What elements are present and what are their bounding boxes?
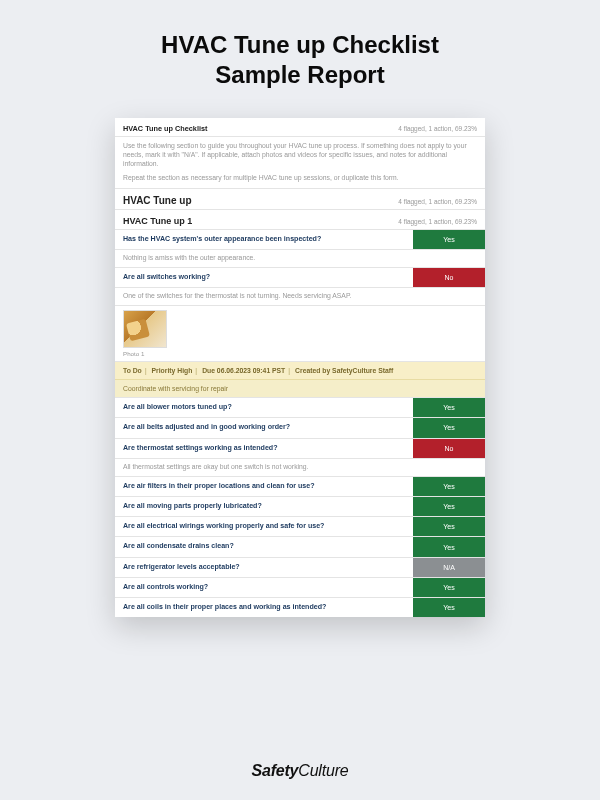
report-title: HVAC Tune up Checklist — [123, 124, 207, 133]
answer-badge-yes: Yes — [413, 477, 485, 496]
answer-badge-yes: Yes — [413, 517, 485, 536]
answer-badge-no: No — [413, 439, 485, 458]
brand-part1: Safety — [251, 762, 298, 779]
section-title: HVAC Tune up — [123, 195, 192, 206]
section-header: HVAC Tune up 4 flagged, 1 action, 69.23% — [115, 189, 485, 210]
question-note: Nothing is amiss with the outer appearan… — [115, 250, 485, 268]
question-text: Are all condensate drains clean? — [115, 537, 413, 556]
answer-badge-yes: Yes — [413, 398, 485, 417]
photo-thumbnail — [123, 310, 167, 348]
guide-p2: Repeat the section as necessary for mult… — [123, 173, 477, 182]
answer-badge-yes: Yes — [413, 497, 485, 516]
question-text: Are refrigerator levels acceptable? — [115, 558, 413, 577]
todo-priority: Priority High — [152, 367, 193, 374]
guide-text: Use the following section to guide you t… — [115, 137, 485, 189]
todo-bar: To Do| Priority High| Due 06.06.2023 09:… — [115, 362, 485, 380]
guide-p1: Use the following section to guide you t… — [123, 141, 477, 169]
question-row: Has the HVAC system's outer appearance b… — [115, 230, 485, 250]
report-card: HVAC Tune up Checklist 4 flagged, 1 acti… — [115, 118, 485, 617]
question-text: Are all moving parts properly lubricated… — [115, 497, 413, 516]
page-title: HVAC Tune up Checklist Sample Report — [0, 0, 600, 108]
photo-attachment: Photo 1 — [115, 306, 485, 362]
question-text: Are thermostat settings working as inten… — [115, 439, 413, 458]
question-row: Are thermostat settings working as inten… — [115, 439, 485, 459]
question-text: Are all electrical wirings working prope… — [115, 517, 413, 536]
answer-badge-no: No — [413, 268, 485, 287]
answer-badge-yes: Yes — [413, 537, 485, 556]
report-header: HVAC Tune up Checklist 4 flagged, 1 acti… — [115, 118, 485, 137]
answer-badge-yes: Yes — [413, 598, 485, 617]
question-text: Are all switches working? — [115, 268, 413, 287]
brand-logo: SafetyCulture — [0, 762, 600, 780]
question-note: One of the switches for the thermostat i… — [115, 288, 485, 306]
question-text: Are all coils in their proper places and… — [115, 598, 413, 617]
question-row: Are all coils in their proper places and… — [115, 598, 485, 617]
question-text: Has the HVAC system's outer appearance b… — [115, 230, 413, 249]
question-note: All thermostat settings are okay but one… — [115, 459, 485, 477]
answer-badge-yes: Yes — [413, 578, 485, 597]
question-text: Are all blower motors tuned up? — [115, 398, 413, 417]
subsection-title: HVAC Tune up 1 — [123, 216, 192, 226]
photo-caption: Photo 1 — [123, 350, 477, 357]
question-row: Are all blower motors tuned up? Yes — [115, 398, 485, 418]
todo-status: To Do — [123, 367, 142, 374]
question-text: Are air filters in their proper location… — [115, 477, 413, 496]
question-row: Are refrigerator levels acceptable? N/A — [115, 558, 485, 578]
question-row: Are all condensate drains clean? Yes — [115, 537, 485, 557]
question-row: Are air filters in their proper location… — [115, 477, 485, 497]
question-row: Are all belts adjusted and in good worki… — [115, 418, 485, 438]
question-row: Are all switches working? No — [115, 268, 485, 288]
question-text: Are all controls working? — [115, 578, 413, 597]
report-meta: 4 flagged, 1 action, 69.23% — [398, 125, 477, 132]
subsection-meta: 4 flagged, 1 action, 69.23% — [398, 218, 477, 225]
todo-note: Coordinate with servicing for repair — [115, 380, 485, 398]
subsection-header: HVAC Tune up 1 4 flagged, 1 action, 69.2… — [115, 210, 485, 230]
title-line-1: HVAC Tune up Checklist — [161, 31, 439, 58]
answer-badge-yes: Yes — [413, 418, 485, 437]
question-text: Are all belts adjusted and in good worki… — [115, 418, 413, 437]
title-line-2: Sample Report — [215, 61, 384, 88]
answer-badge-yes: Yes — [413, 230, 485, 249]
question-row: Are all moving parts properly lubricated… — [115, 497, 485, 517]
question-row: Are all controls working? Yes — [115, 578, 485, 598]
question-row: Are all electrical wirings working prope… — [115, 517, 485, 537]
brand-part2: Culture — [298, 762, 348, 779]
todo-creator: Created by SafetyCulture Staff — [295, 367, 393, 374]
todo-due: Due 06.06.2023 09:41 PST — [202, 367, 285, 374]
answer-badge-na: N/A — [413, 558, 485, 577]
section-meta: 4 flagged, 1 action, 69.23% — [398, 198, 477, 205]
